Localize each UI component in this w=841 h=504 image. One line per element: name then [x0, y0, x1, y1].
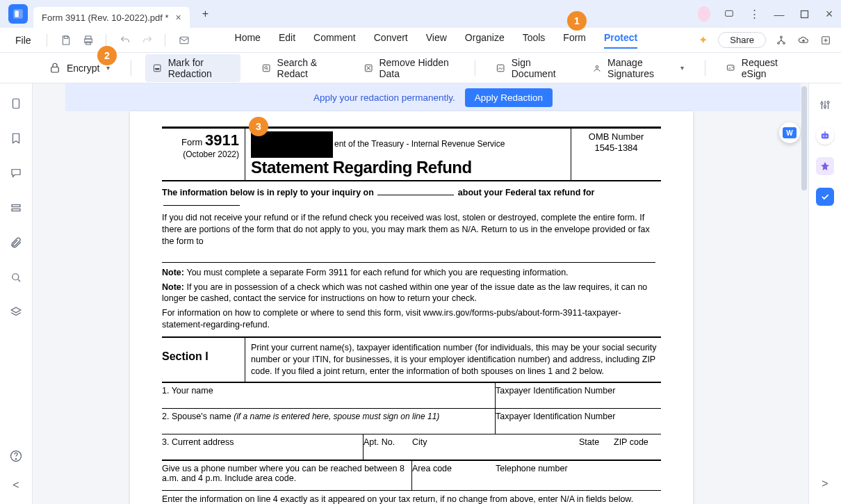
svg-rect-2 [726, 10, 733, 16]
menu-bar: File Home Edit Comment Convert View Orga… [0, 28, 841, 53]
form-number: 3911 [205, 131, 239, 149]
properties-icon[interactable] [816, 96, 834, 114]
menu-convert[interactable]: Convert [374, 32, 408, 49]
help-icon[interactable] [8, 448, 24, 464]
search-icon[interactable] [8, 270, 24, 285]
check-tool-icon[interactable] [816, 188, 834, 206]
tb-menu-icon[interactable]: ⋮ [748, 8, 760, 20]
form-date: (October 2022) [162, 149, 239, 159]
section-label: Section I [162, 338, 245, 382]
field-area-code: Area code [412, 461, 496, 490]
menu-view[interactable]: View [426, 32, 447, 49]
svg-rect-34 [824, 131, 826, 133]
word-export-bubble[interactable]: W [779, 122, 800, 143]
thumbnails-icon[interactable] [8, 96, 24, 111]
menu-protect[interactable]: Protect [604, 32, 637, 49]
redaction-mark[interactable] [251, 131, 333, 158]
omb-number: 1545-1384 [574, 143, 658, 154]
redo-icon[interactable] [138, 31, 156, 49]
note1: Note: You must complete a separate Form … [162, 266, 661, 280]
search-redact-label: Search & Redact [277, 57, 336, 79]
sign-document-tool[interactable]: Sign Document [489, 54, 571, 82]
field-your-name: 1. Your name [162, 383, 496, 408]
svg-point-29 [824, 106, 826, 108]
form-label: Form [181, 137, 202, 147]
request-esign-tool[interactable]: Request eSign [719, 54, 799, 82]
sign-document-label: Sign Document [512, 57, 564, 79]
document-tab-title: Form 3911 (Rev. 10-2022).pdf * [42, 13, 169, 23]
pdf-page[interactable]: Form 3911 (October 2022) ent of the Trea… [130, 111, 693, 504]
svg-rect-22 [13, 99, 19, 108]
collapse-right-icon[interactable]: > [816, 475, 834, 493]
collapse-left-icon[interactable]: < [8, 478, 24, 493]
user-avatar[interactable] [698, 8, 710, 20]
form-dept: ent of the Treasury - Internal Revenue S… [334, 139, 505, 149]
layers-icon[interactable] [8, 304, 24, 320]
tb-whatsnew-icon[interactable] [723, 8, 735, 20]
fields-icon[interactable] [8, 200, 24, 216]
app-logo[interactable] [8, 4, 28, 24]
ai-tool-icon[interactable] [816, 157, 834, 175]
svg-rect-16 [263, 65, 270, 72]
line4-instruction: Enter the information on line 4 exactly … [162, 491, 661, 504]
window-close-button[interactable]: × [823, 8, 835, 20]
mail-icon[interactable] [175, 31, 193, 49]
field-zip: ZIP code [614, 434, 661, 460]
field-phone-text: Give us a phone number where you can be … [162, 461, 412, 490]
svg-point-25 [13, 274, 19, 280]
manage-signatures-tool[interactable]: Manage Signatures ▾ [585, 54, 691, 82]
remove-hidden-tool[interactable]: Remove Hidden Data [357, 54, 461, 82]
svg-rect-23 [12, 205, 20, 207]
new-tab-button[interactable]: + [202, 8, 209, 20]
window-maximize-button[interactable] [798, 8, 810, 20]
apply-redaction-text: Apply your redaction permanently. [313, 92, 455, 103]
file-menu[interactable]: File [8, 32, 38, 49]
search-redact-tool[interactable]: Search & Redact [254, 54, 343, 82]
menu-edit[interactable]: Edit [279, 32, 295, 49]
svg-rect-24 [12, 209, 20, 211]
cloud-upload-icon[interactable] [797, 33, 810, 47]
svg-rect-13 [51, 67, 59, 72]
batch-icon[interactable] [819, 33, 833, 47]
callout-1: 1 [567, 11, 587, 31]
ai-robot-icon[interactable] [816, 127, 834, 145]
scrollbar[interactable] [801, 86, 807, 475]
window-minimize-button[interactable]: — [773, 8, 785, 20]
svg-rect-4 [64, 36, 67, 38]
mark-redaction-tool[interactable]: Mark for Redaction [145, 54, 240, 82]
apply-redaction-button[interactable]: Apply Redaction [465, 88, 553, 107]
undo-icon[interactable] [116, 31, 134, 49]
mark-redaction-label: Mark for Redaction [168, 57, 234, 79]
menu-comment[interactable]: Comment [313, 32, 356, 49]
comments-panel-icon[interactable] [8, 165, 24, 181]
section-text: Print your current name(s), taxpayer ide… [245, 338, 661, 382]
svg-rect-1 [15, 11, 19, 17]
omb-label: OMB Number [574, 131, 658, 143]
menu-home[interactable]: Home [235, 32, 261, 49]
tab-close-icon[interactable]: × [176, 12, 181, 23]
svg-rect-31 [822, 133, 829, 139]
svg-rect-3 [801, 10, 808, 17]
field-city: City [412, 434, 579, 460]
share-button[interactable]: Share [718, 32, 766, 48]
menu-tools[interactable]: Tools [523, 32, 546, 49]
diagram-icon[interactable] [774, 33, 788, 47]
print-icon[interactable] [79, 31, 97, 49]
menu-form[interactable]: Form [563, 32, 586, 49]
menu-organize[interactable]: Organize [465, 32, 505, 49]
document-tab[interactable]: Form 3911 (Rev. 10-2022).pdf * × [33, 7, 190, 28]
svg-point-11 [783, 42, 785, 44]
document-canvas[interactable]: Apply your redaction permanently. Apply … [33, 83, 808, 504]
tips-icon[interactable]: ✦ [696, 33, 710, 47]
para2: For information on how to complete or wh… [162, 306, 661, 332]
field-state: State [579, 434, 614, 460]
svg-point-20 [596, 65, 598, 68]
attachments-icon[interactable] [8, 235, 24, 250]
field-tin2: Taxpayer Identification Number [496, 409, 661, 434]
field-current-address: 3. Current address [162, 434, 364, 460]
save-icon[interactable] [57, 31, 75, 49]
bookmarks-icon[interactable] [8, 131, 24, 146]
word-icon: W [783, 127, 797, 138]
svg-rect-15 [155, 68, 159, 70]
title-bar: Form 3911 (Rev. 10-2022).pdf * × + ⋮ — × [0, 0, 841, 28]
